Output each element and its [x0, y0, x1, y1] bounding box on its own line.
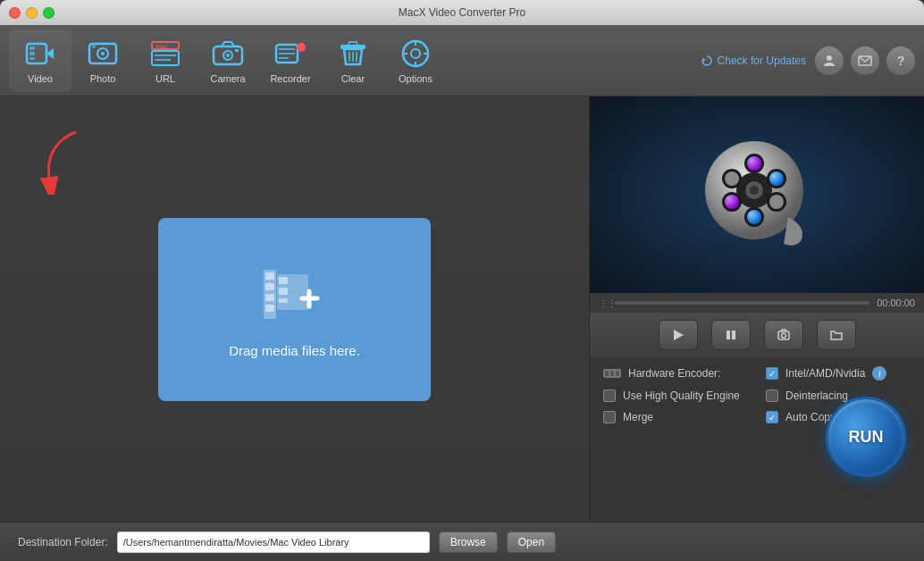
auto-copy-checkbox[interactable] [766, 411, 778, 423]
toolbar-icons: ? [815, 46, 915, 75]
svg-point-22 [297, 43, 306, 52]
svg-point-7 [101, 52, 105, 55]
arrow-icon [36, 123, 89, 195]
email-button[interactable] [851, 46, 879, 75]
high-quality-checkbox[interactable] [603, 389, 616, 402]
merge-checkbox[interactable] [603, 411, 616, 423]
run-button-container: RUN [826, 397, 906, 477]
intel-label: Intel/AMD/Nvidia [785, 367, 865, 380]
open-button[interactable]: Open [507, 532, 556, 553]
svg-point-60 [769, 195, 784, 209]
profile-button[interactable] [815, 46, 844, 75]
folder-icon [830, 329, 843, 341]
svg-rect-45 [279, 298, 288, 303]
high-quality-label: Use High Quality Engine [623, 389, 740, 402]
svg-marker-33 [702, 58, 706, 62]
svg-point-8 [92, 45, 96, 48]
merge-option: Merge [603, 411, 748, 423]
svg-rect-66 [732, 331, 735, 339]
svg-rect-43 [279, 277, 288, 284]
tool-options[interactable]: Options [384, 29, 447, 92]
destination-folder-input[interactable] [117, 532, 430, 553]
info-icon[interactable]: i [872, 366, 886, 381]
titlebar: MacX Video Converter Pro [0, 0, 924, 25]
hardware-encoder-icon [603, 367, 621, 380]
minimize-button[interactable] [26, 7, 38, 19]
app-title: MacX Video Converter Pro [399, 6, 526, 19]
deinterlacing-checkbox[interactable] [766, 389, 778, 402]
pause-icon [725, 329, 737, 341]
check-updates-link[interactable]: Check for Updates [701, 54, 806, 67]
tool-photo[interactable]: Photo [71, 29, 134, 92]
svg-rect-11 [152, 51, 179, 65]
svg-rect-70 [605, 371, 609, 376]
svg-rect-65 [727, 331, 730, 339]
svg-point-34 [827, 55, 832, 61]
hardware-encoder-option: Hardware Encoder: [603, 367, 748, 380]
svg-rect-4 [29, 57, 35, 60]
destination-folder-label: Destination Folder: [18, 536, 108, 548]
url-icon: You [149, 38, 181, 70]
svg-point-57 [725, 172, 739, 186]
svg-text:You: You [155, 43, 167, 49]
svg-marker-64 [674, 330, 684, 340]
refresh-icon [701, 54, 713, 67]
svg-point-56 [747, 156, 761, 171]
left-panel: Drag media files here. [0, 96, 590, 522]
progress-track[interactable] [615, 301, 869, 305]
svg-point-68 [781, 333, 785, 338]
add-media-icon [259, 261, 331, 332]
tool-clear[interactable]: Clear [322, 29, 384, 92]
tool-video[interactable]: Video [9, 29, 71, 92]
run-button[interactable]: RUN [826, 397, 906, 477]
svg-rect-39 [265, 283, 274, 290]
photo-label: Photo [90, 73, 116, 84]
person-icon [822, 54, 836, 68]
play-icon [672, 329, 685, 341]
drop-zone-text: Drag media files here. [229, 343, 360, 358]
progress-handle: ⋮⋮ [599, 298, 608, 307]
svg-rect-17 [235, 49, 239, 52]
svg-point-16 [226, 54, 230, 57]
close-button[interactable] [9, 7, 21, 19]
options-row-hardware: Hardware Encoder: Intel/AMD/Nvidia i [603, 366, 911, 381]
email-icon [858, 54, 872, 68]
camera-icon [212, 38, 244, 70]
video-preview [590, 96, 924, 293]
merge-label: Merge [623, 411, 653, 423]
pause-button[interactable] [711, 320, 751, 350]
recorder-label: Recorder [270, 73, 310, 84]
bottom-bar: Destination Folder: Browse Open [0, 522, 924, 561]
camera-label: Camera [210, 73, 245, 84]
clear-label: Clear [341, 73, 365, 84]
check-updates-label: Check for Updates [718, 54, 806, 67]
photo-icon [87, 38, 119, 70]
folder-button[interactable] [817, 320, 856, 350]
svg-point-58 [725, 195, 739, 209]
svg-rect-71 [610, 371, 614, 376]
intel-checkbox[interactable] [766, 367, 778, 380]
video-icon [24, 38, 56, 70]
drop-zone[interactable]: Drag media files here. [158, 218, 431, 401]
question-mark: ? [897, 54, 905, 68]
svg-point-61 [769, 172, 784, 186]
toolbar-right: Check for Updates ? [701, 46, 915, 75]
progress-bar-container: ⋮⋮ 00:00:00 [590, 293, 924, 313]
high-quality-option: Use High Quality Engine [603, 389, 748, 402]
snapshot-button[interactable] [764, 320, 803, 350]
recorder-icon [274, 38, 307, 70]
options-label: Options [399, 73, 433, 84]
run-button-label: RUN [849, 428, 884, 447]
tool-camera[interactable]: Camera [197, 29, 259, 92]
maximize-button[interactable] [43, 7, 55, 19]
clear-icon [337, 38, 369, 70]
url-label: URL [155, 73, 175, 84]
svg-rect-2 [29, 46, 35, 50]
browse-button[interactable]: Browse [439, 532, 498, 553]
help-button[interactable]: ? [886, 46, 915, 75]
svg-rect-38 [265, 272, 274, 280]
toolbar-tools: Video Photo You [9, 29, 447, 92]
tool-url[interactable]: You URL [134, 29, 197, 92]
tool-recorder[interactable]: Recorder [259, 29, 322, 92]
play-button[interactable] [659, 320, 698, 350]
